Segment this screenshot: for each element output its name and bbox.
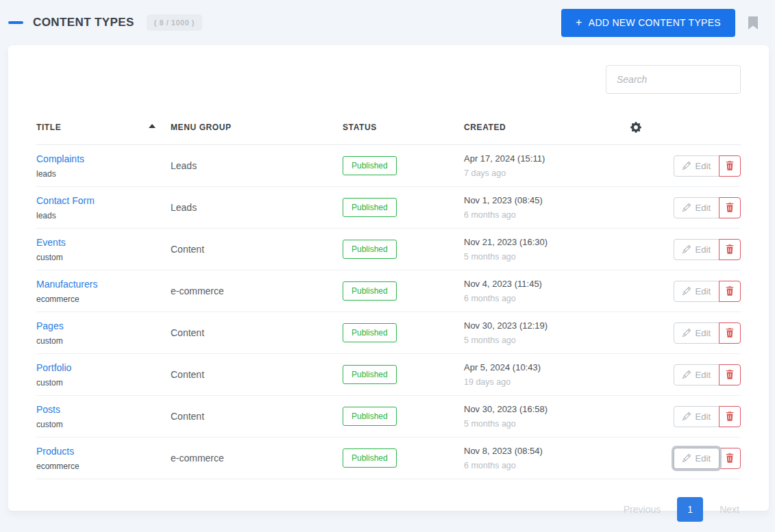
table-row: Events custom Content Published Nov 21, … bbox=[36, 229, 741, 270]
page-title: CONTENT TYPES bbox=[33, 16, 134, 29]
table-row: Products ecommerce e-commerce Published … bbox=[36, 438, 741, 479]
pencil-icon bbox=[682, 245, 691, 253]
table-body: Complaints leads Leads Published Apr 17,… bbox=[36, 145, 741, 479]
content-type-title-link[interactable]: Contact Form bbox=[36, 195, 95, 206]
content-type-title-link[interactable]: Portfolio bbox=[36, 362, 71, 373]
pencil-icon bbox=[682, 370, 691, 379]
created-relative-time: 6 months ago bbox=[464, 294, 630, 303]
content-type-title-link[interactable]: Manufacturers bbox=[36, 279, 97, 290]
content-type-slug: ecommerce bbox=[36, 461, 171, 471]
delete-button[interactable] bbox=[719, 448, 741, 469]
title-dash-icon bbox=[8, 21, 23, 24]
content-type-title-link[interactable]: Products bbox=[36, 446, 74, 457]
trash-icon bbox=[726, 328, 734, 338]
content-type-slug: custom bbox=[36, 420, 171, 429]
edit-button-label: Edit bbox=[696, 286, 711, 296]
pencil-icon bbox=[682, 454, 691, 462]
created-date: Nov 30, 2023 (16:58) bbox=[464, 404, 630, 414]
menu-group-value: Leads bbox=[171, 160, 197, 171]
pencil-icon bbox=[682, 162, 691, 170]
pencil-icon bbox=[682, 329, 691, 337]
edit-button-label: Edit bbox=[696, 161, 711, 171]
created-date: Nov 30, 2023 (12:19) bbox=[464, 320, 630, 331]
trash-icon bbox=[726, 286, 734, 296]
delete-button[interactable] bbox=[719, 322, 741, 344]
trash-icon bbox=[726, 161, 734, 170]
status-badge: Published bbox=[343, 448, 397, 468]
created-date: Nov 1, 2023 (08:45) bbox=[464, 195, 630, 205]
edit-button-label: Edit bbox=[696, 203, 711, 213]
trash-icon bbox=[726, 411, 734, 421]
edit-button[interactable]: Edit bbox=[674, 448, 719, 469]
column-header-status[interactable]: STATUS bbox=[343, 112, 464, 145]
add-new-content-types-button[interactable]: + ADD NEW CONTENT TYPES bbox=[561, 9, 735, 37]
status-badge: Published bbox=[343, 281, 397, 301]
edit-button-label: Edit bbox=[696, 411, 711, 422]
edit-button[interactable]: Edit bbox=[674, 239, 719, 260]
content-type-slug: custom bbox=[36, 253, 171, 262]
trash-icon bbox=[726, 453, 734, 463]
column-header-menu-group[interactable]: MENU GROUP bbox=[171, 112, 343, 145]
content-types-panel: TITLE MENU GROUP STATUS CREATED Complain… bbox=[8, 45, 769, 511]
menu-group-value: Content bbox=[171, 244, 204, 255]
column-header-created[interactable]: CREATED bbox=[464, 112, 630, 145]
status-badge: Published bbox=[343, 198, 397, 217]
content-type-title-link[interactable]: Events bbox=[36, 237, 66, 248]
bookmark-icon[interactable] bbox=[748, 16, 759, 30]
edit-button[interactable]: Edit bbox=[674, 322, 719, 344]
edit-button[interactable]: Edit bbox=[674, 406, 719, 427]
edit-button-label: Edit bbox=[696, 328, 711, 338]
menu-group-value: e-commerce bbox=[171, 453, 224, 464]
delete-button[interactable] bbox=[719, 155, 741, 177]
delete-button[interactable] bbox=[719, 281, 741, 302]
created-relative-time: 5 months ago bbox=[464, 335, 630, 345]
delete-button[interactable] bbox=[719, 364, 741, 385]
edit-button-label: Edit bbox=[696, 244, 711, 255]
trash-icon bbox=[726, 203, 734, 212]
pagination-next[interactable]: Next bbox=[719, 504, 739, 515]
menu-group-value: Content bbox=[171, 411, 204, 422]
table-row: Contact Form leads Leads Published Nov 1… bbox=[36, 187, 741, 229]
table-row: Manufacturers ecommerce e-commerce Publi… bbox=[36, 270, 741, 312]
search-input[interactable] bbox=[606, 65, 741, 94]
edit-button[interactable]: Edit bbox=[674, 155, 719, 177]
trash-icon bbox=[726, 370, 734, 379]
trash-icon bbox=[726, 244, 734, 254]
content-type-title-link[interactable]: Complaints bbox=[36, 153, 84, 164]
delete-button[interactable] bbox=[719, 197, 741, 218]
edit-button[interactable]: Edit bbox=[674, 281, 719, 302]
table-row: Complaints leads Leads Published Apr 17,… bbox=[36, 145, 741, 187]
created-date: Apr 5, 2024 (10:43) bbox=[464, 362, 630, 372]
menu-group-value: Content bbox=[171, 327, 204, 338]
plus-icon: + bbox=[576, 16, 582, 29]
pencil-icon bbox=[682, 203, 691, 212]
content-types-table: TITLE MENU GROUP STATUS CREATED Complain… bbox=[36, 112, 741, 479]
page-heading: CONTENT TYPES ( 8 / 1000 ) bbox=[8, 14, 202, 31]
table-settings-gear-icon[interactable] bbox=[630, 122, 641, 133]
content-type-title-link[interactable]: Pages bbox=[36, 320, 64, 331]
content-type-slug: custom bbox=[36, 336, 171, 346]
delete-button[interactable] bbox=[719, 239, 741, 260]
delete-button[interactable] bbox=[719, 406, 741, 427]
content-type-slug: leads bbox=[36, 211, 171, 220]
pagination-previous[interactable]: Previous bbox=[624, 504, 661, 515]
table-header-row: TITLE MENU GROUP STATUS CREATED bbox=[36, 112, 741, 145]
pencil-icon bbox=[682, 287, 691, 295]
top-bar-actions: + ADD NEW CONTENT TYPES bbox=[561, 9, 759, 37]
status-badge: Published bbox=[343, 240, 397, 259]
table-row: Posts custom Content Published Nov 30, 2… bbox=[36, 396, 741, 438]
menu-group-value: e-commerce bbox=[171, 286, 224, 296]
edit-button[interactable]: Edit bbox=[674, 197, 719, 218]
pagination-page-1[interactable]: 1 bbox=[677, 497, 703, 522]
menu-group-value: Leads bbox=[171, 202, 197, 213]
table-row: Portfolio custom Content Published Apr 5… bbox=[36, 354, 741, 396]
edit-button[interactable]: Edit bbox=[674, 364, 719, 385]
edit-button-label: Edit bbox=[696, 453, 711, 464]
content-type-title-link[interactable]: Posts bbox=[36, 404, 60, 415]
pencil-icon bbox=[682, 412, 691, 420]
status-badge: Published bbox=[343, 365, 397, 384]
content-type-slug: ecommerce bbox=[36, 294, 171, 304]
status-badge: Published bbox=[343, 407, 397, 426]
column-header-title[interactable]: TITLE bbox=[36, 112, 171, 145]
status-badge: Published bbox=[343, 156, 397, 175]
